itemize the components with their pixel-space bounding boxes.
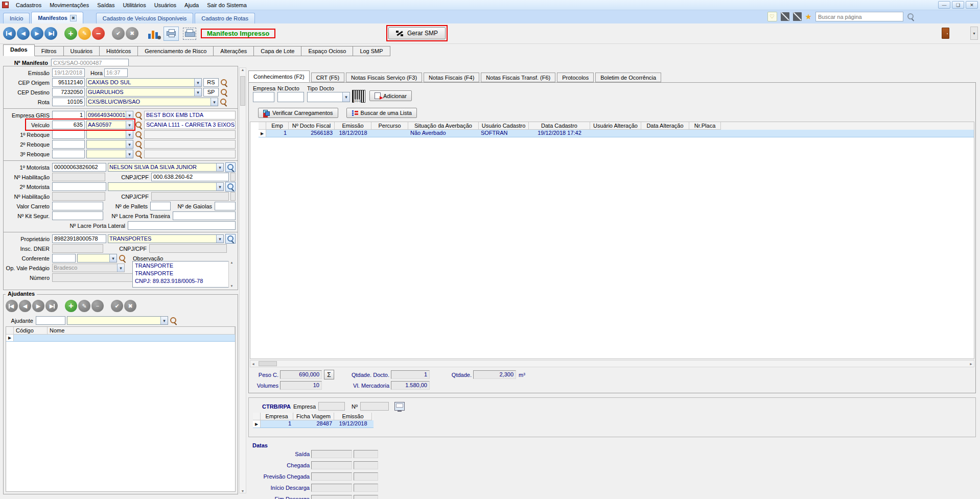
menu-cadastros[interactable]: Cadastros [12, 1, 45, 9]
confirm-button[interactable]: ✔ [112, 27, 125, 40]
sum-button[interactable]: Σ [324, 370, 334, 379]
chevron-down-icon[interactable]: ▾ [194, 88, 201, 96]
search-input[interactable] [815, 12, 903, 21]
conferente-combo[interactable]: ▾ [77, 254, 117, 263]
tab-boletim[interactable]: Boletim de Ocorrência [595, 73, 661, 82]
star-icon[interactable]: ★ [805, 12, 812, 21]
cidade-origem-combo[interactable]: CAXIAS DO SUL ▾ [86, 78, 202, 87]
motorista2-codigo-field[interactable] [52, 182, 106, 191]
hora-field[interactable]: 16:37 [104, 68, 128, 77]
observacao-scrollbar[interactable]: ▲ ▼ [228, 261, 235, 288]
column-header[interactable]: Nr.Placa [689, 122, 721, 130]
chevron-down-icon[interactable]: ▾ [216, 235, 223, 243]
reboque2-combo[interactable]: ▾ [86, 140, 133, 149]
adicionar-button[interactable]: Adicionar [369, 90, 412, 101]
highlight-off-icon[interactable] [781, 12, 789, 21]
add-button[interactable]: + [64, 27, 77, 40]
tab-cadastro-rotas[interactable]: Cadastro de Rotas [195, 13, 255, 23]
menu-usuarios[interactable]: Usuários [150, 1, 180, 9]
rota-lookup-icon[interactable] [220, 98, 227, 106]
chart-gear-icon[interactable] [148, 29, 159, 39]
ajudante-nav-first-button[interactable]: ◀ [6, 300, 18, 312]
empresa-gris-codigo-field[interactable]: 1 [52, 111, 85, 120]
menu-utilitarios[interactable]: Utilitários [119, 1, 150, 9]
reboque2-codigo-field[interactable] [52, 140, 85, 149]
ajudante-nav-last-button[interactable]: ▶ [45, 300, 58, 312]
motorista1-cpf-field[interactable]: 000.638.260-62 [151, 173, 229, 181]
column-header[interactable]: Usuário Alteração [590, 122, 641, 130]
cancel-button[interactable]: ✖ [126, 27, 138, 40]
rota-combo[interactable]: CXS/BLU/CWB/SAO ▾ [86, 98, 218, 106]
uf-destino-field[interactable]: SP [203, 88, 219, 97]
chevron-down-icon[interactable]: ▾ [126, 150, 133, 158]
column-header[interactable]: Usuário Cadastro [479, 122, 529, 130]
delete-button[interactable]: − [92, 27, 105, 40]
veiculo-codigo-field[interactable]: 635 [52, 121, 85, 129]
ajudante-add-button[interactable]: + [65, 300, 77, 312]
tab-inicio[interactable]: Início [3, 13, 30, 23]
menu-movimentacoes[interactable]: Movimentações [45, 1, 93, 9]
lacre-traseira-field[interactable] [173, 211, 236, 220]
motorista1-lookup-button[interactable] [225, 162, 236, 172]
column-header[interactable]: Emissão [334, 413, 372, 420]
ajudante-nav-prev-button[interactable]: ◀ [19, 300, 31, 312]
print-preview-icon[interactable] [183, 28, 196, 40]
nav-next-button[interactable]: ▶ [31, 27, 43, 40]
tab-historicos[interactable]: Históricos [100, 46, 138, 56]
emissao-field[interactable]: 19/12/2018 [52, 68, 85, 77]
reboque3-combo[interactable]: ▾ [86, 150, 133, 158]
pallets-field[interactable] [150, 202, 171, 210]
scroll-up-icon[interactable]: ▲ [241, 68, 245, 72]
conferente-codigo-field[interactable] [52, 254, 76, 263]
tab-usuarios[interactable]: Usuários [64, 46, 100, 56]
scrollbar-thumb[interactable] [240, 76, 245, 106]
tab-nf-transf[interactable]: Notas Fiscais Transf. (F6) [481, 73, 555, 82]
ajudante-nav-next-button[interactable]: ▶ [32, 300, 44, 312]
valor-carreto-field[interactable] [52, 202, 103, 210]
kit-segur-field[interactable] [52, 211, 103, 220]
menu-ajuda[interactable]: Ajuda [180, 1, 203, 9]
table-row[interactable]: ▶ [6, 335, 235, 342]
ajudante-edit-button[interactable]: ✎ [78, 300, 90, 312]
empresa-gris-lookup-icon[interactable] [135, 111, 143, 119]
restore-button[interactable]: ❏ [952, 1, 964, 9]
chevron-down-icon[interactable]: ▾ [216, 183, 223, 191]
proprietario-lookup-button[interactable] [225, 234, 236, 244]
print-button[interactable] [164, 27, 179, 41]
motorista1-codigo-field[interactable]: 00000063826062 [52, 163, 106, 172]
left-panel-scrollbar[interactable]: ▲ ▼ [239, 67, 246, 493]
nav-first-button[interactable]: ◀ [3, 27, 16, 40]
column-header[interactable]: Data Alteração [641, 122, 689, 130]
grid-horizontal-scrollbar[interactable]: ◄ ► [250, 360, 974, 367]
tab-manifestos[interactable]: Manifestos ✖ [31, 12, 83, 23]
column-header[interactable]: Percurso [371, 122, 408, 130]
reboque3-codigo-field[interactable] [52, 150, 85, 158]
tab-alteracoes[interactable]: Alterações [214, 46, 254, 56]
rota-codigo-field[interactable]: 10105 [52, 98, 85, 106]
tab-capa-lote[interactable]: Capa de Lote [254, 46, 301, 56]
cep-origem-field[interactable]: 95112140 [52, 78, 85, 87]
motorista1-combo[interactable]: NELSON SILVA DA SILVA JUNIOR ▾ [108, 163, 224, 172]
scroll-right-icon[interactable]: ► [969, 362, 973, 366]
cep-destino-lookup-icon[interactable] [220, 88, 228, 96]
column-header[interactable]: Nome [48, 327, 235, 335]
ajudante-combo[interactable]: ▾ [67, 316, 168, 325]
veiculo-lookup-icon[interactable] [135, 121, 143, 129]
scroll-down-icon[interactable]: ▼ [230, 284, 234, 288]
ajudante-cancel-button[interactable]: ✖ [124, 300, 136, 312]
gerar-smp-button[interactable]: Gerar SMP [388, 27, 446, 39]
cep-destino-field[interactable]: 7232050 [52, 88, 85, 97]
empresa-field[interactable] [253, 92, 274, 102]
scroll-left-icon[interactable]: ◄ [251, 362, 255, 366]
tab-log-smp[interactable]: Log SMP [353, 46, 390, 56]
ajudante-delete-button[interactable]: − [91, 300, 104, 312]
pin-off-icon[interactable] [793, 12, 802, 21]
verificar-carregamentos-button[interactable]: Verificar Carregamentos [258, 108, 338, 118]
tab-protocolos[interactable]: Protocolos [557, 73, 594, 82]
ajudante-confirm-button[interactable]: ✔ [111, 300, 123, 312]
column-header[interactable]: Emissão [335, 122, 371, 130]
motorista2-combo[interactable]: ▾ [108, 182, 224, 191]
chevron-down-icon[interactable]: ▾ [342, 92, 349, 102]
close-button[interactable]: ✕ [966, 1, 978, 9]
tab-gerenciamento-risco[interactable]: Gerenciamento de Risco [138, 46, 214, 56]
